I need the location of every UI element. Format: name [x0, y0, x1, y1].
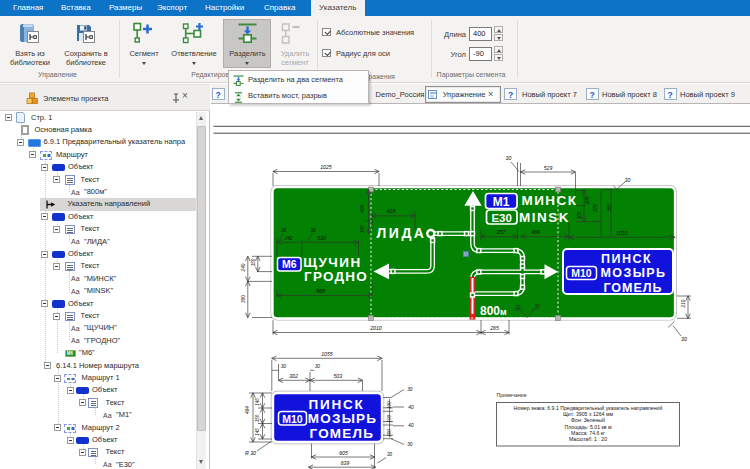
- svg-text:242: 242: [283, 236, 292, 241]
- svg-text:30: 30: [281, 364, 287, 369]
- svg-text:ЛИДА: ЛИДА: [377, 225, 427, 241]
- svg-text:1010: 1010: [616, 230, 628, 236]
- svg-text:ЩУЧИН: ЩУЧИН: [303, 255, 362, 270]
- svg-text:Масштаб: 1 : 20: Масштаб: 1 : 20: [569, 436, 607, 442]
- svg-text:Е30: Е30: [491, 212, 511, 224]
- svg-text:М10: М10: [571, 267, 592, 279]
- svg-text:Примечание: Примечание: [497, 392, 527, 398]
- svg-text:2010: 2010: [369, 325, 382, 331]
- svg-text:30: 30: [625, 177, 631, 183]
- svg-text:100: 100: [387, 401, 392, 409]
- svg-text:800м: 800м: [480, 304, 507, 318]
- svg-text:ГРОДНО: ГРОДНО: [304, 269, 368, 284]
- svg-text:М1: М1: [493, 195, 510, 209]
- svg-text:Масса: 74.6 кг: Масса: 74.6 кг: [571, 430, 605, 436]
- svg-text:MINSK: MINSK: [519, 210, 570, 225]
- svg-text:30: 30: [387, 452, 393, 457]
- svg-text:30: 30: [315, 364, 321, 369]
- svg-text:МИНСК: МИНСК: [521, 193, 577, 208]
- svg-text:30: 30: [534, 304, 540, 309]
- svg-text:529: 529: [544, 165, 553, 171]
- svg-text:503: 503: [333, 373, 342, 379]
- svg-text:30: 30: [407, 387, 413, 392]
- svg-text:265: 265: [489, 325, 499, 331]
- svg-text:30: 30: [310, 228, 316, 233]
- svg-text:145: 145: [255, 398, 260, 406]
- svg-text:30: 30: [281, 228, 287, 233]
- svg-text:М10: М10: [282, 413, 303, 425]
- svg-text:1025: 1025: [320, 164, 332, 170]
- svg-text:530: 530: [317, 235, 326, 241]
- svg-text:150: 150: [255, 414, 260, 422]
- svg-text:350: 350: [241, 295, 246, 303]
- svg-text:Щит: 3905 x 1264 мм: Щит: 3905 x 1264 мм: [563, 411, 614, 417]
- svg-text:100: 100: [387, 415, 392, 423]
- svg-text:Площадь: 5.01 кв м: Площадь: 5.01 кв м: [564, 424, 611, 430]
- svg-text:145: 145: [255, 428, 260, 436]
- svg-text:357: 357: [496, 229, 506, 235]
- svg-text:270: 270: [593, 204, 598, 213]
- svg-text:200: 200: [585, 196, 590, 205]
- svg-text:418: 418: [387, 208, 396, 214]
- svg-text:469: 469: [531, 229, 540, 235]
- svg-text:100: 100: [577, 211, 582, 219]
- svg-text:30: 30: [506, 155, 512, 161]
- svg-text:Фон: Зеленый: Фон: Зеленый: [571, 417, 605, 423]
- svg-text:100: 100: [387, 429, 392, 437]
- svg-text:30: 30: [407, 442, 413, 447]
- svg-text:30: 30: [515, 305, 521, 310]
- svg-text:605: 605: [339, 450, 348, 456]
- svg-text:ГОМЕЛЬ: ГОМЕЛЬ: [309, 426, 374, 441]
- svg-text:R 30: R 30: [245, 450, 256, 456]
- svg-text:639: 639: [341, 460, 350, 466]
- svg-text:150: 150: [251, 258, 256, 266]
- svg-text:100: 100: [360, 225, 365, 233]
- svg-text:М6: М6: [282, 258, 297, 270]
- svg-text:210: 210: [681, 299, 686, 308]
- svg-text:302: 302: [289, 373, 298, 379]
- svg-text:40: 40: [408, 423, 414, 428]
- svg-text:1055: 1055: [321, 351, 333, 357]
- svg-text:30: 30: [681, 336, 687, 342]
- svg-text:ГОМЕЛЬ: ГОМЕЛЬ: [603, 281, 662, 295]
- svg-text:ПИНСК: ПИНСК: [308, 397, 364, 412]
- svg-text:ПИНСК: ПИНСК: [601, 252, 652, 266]
- svg-text:240: 240: [241, 263, 246, 272]
- svg-text:350: 350: [607, 204, 612, 212]
- svg-text:400: 400: [360, 205, 365, 213]
- svg-text:МОЗЫРЬ: МОЗЫРЬ: [308, 411, 377, 426]
- svg-text:968: 968: [316, 288, 325, 294]
- svg-text:МОЗЫРЬ: МОЗЫРЬ: [601, 266, 667, 280]
- svg-text:Номер знака: 6.9.1 Предварител: Номер знака: 6.9.1 Предварительный указа…: [514, 405, 663, 411]
- svg-text:464: 464: [245, 406, 250, 414]
- svg-text:40: 40: [408, 405, 414, 410]
